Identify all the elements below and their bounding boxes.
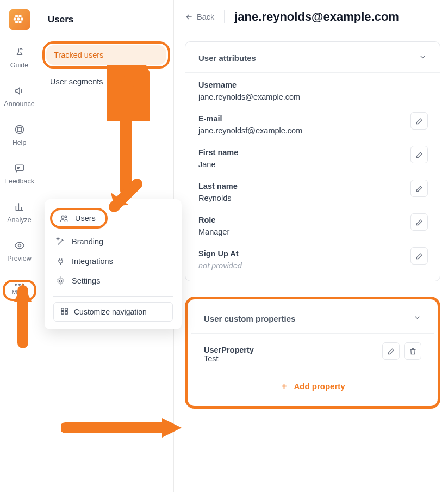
popover-item-integrations[interactable]: Integrations xyxy=(45,251,182,271)
annotation-arrow xyxy=(12,278,39,348)
user-attributes-body: Username jane.reynolds@example.com E-mai… xyxy=(185,73,440,281)
svg-point-3 xyxy=(20,17,23,20)
nav-analyze-label: Analyze xyxy=(7,216,31,224)
chat-icon xyxy=(13,162,26,175)
attr-email-label: E-mail xyxy=(198,114,427,123)
svg-rect-14 xyxy=(61,308,64,310)
nav-guide-label: Guide xyxy=(10,61,28,69)
users-icon xyxy=(59,213,69,223)
svg-point-2 xyxy=(17,17,20,20)
annotation-arrow xyxy=(61,415,186,442)
main-header: Back jane.reynolds@example.com xyxy=(185,10,440,24)
svg-rect-16 xyxy=(61,312,64,314)
gear-icon xyxy=(55,276,65,286)
nav-preview[interactable]: Preview xyxy=(0,239,39,262)
user-attributes-card: User attributes Username jane.reynolds@e… xyxy=(185,41,440,281)
edit-signup-button[interactable] xyxy=(410,247,428,265)
svg-point-10 xyxy=(18,244,21,247)
popover-settings-label: Settings xyxy=(72,276,100,285)
customize-navigation-button[interactable]: Customize navigation xyxy=(53,302,173,322)
back-button[interactable]: Back xyxy=(185,13,214,21)
custom-properties-header[interactable]: User custom properties xyxy=(191,303,434,334)
nav-preview-label: Preview xyxy=(7,255,31,262)
chevron-down-icon xyxy=(419,53,427,63)
nav-feedback[interactable]: Feedback xyxy=(0,162,39,185)
trash-icon xyxy=(409,347,417,355)
svg-point-6 xyxy=(13,17,16,20)
header-divider xyxy=(224,10,225,23)
arrow-left-icon xyxy=(185,13,194,21)
attr-role-label: Role xyxy=(198,216,427,224)
customize-navigation-label: Customize navigation xyxy=(74,308,147,316)
eye-icon xyxy=(13,239,26,252)
svg-point-11 xyxy=(61,216,64,218)
main-content: Back jane.reynolds@example.com User attr… xyxy=(174,0,448,492)
popover-item-settings[interactable]: Settings xyxy=(45,271,182,291)
sidebar-title: Users xyxy=(39,12,173,41)
attr-signup: Sign Up At not provided xyxy=(198,249,427,270)
attr-first-name: First name Jane xyxy=(198,148,427,169)
nav-guide[interactable]: Guide xyxy=(0,46,39,69)
custom-properties-highlight: User custom properties UserProperty Test xyxy=(185,297,440,409)
attr-signup-label: Sign Up At xyxy=(198,249,427,258)
attr-email-value: jane.reynoldsf@example.com xyxy=(198,126,427,135)
annotation-arrow xyxy=(107,65,150,196)
edit-role-button[interactable] xyxy=(410,213,428,231)
pencil-icon xyxy=(387,347,395,355)
attr-last-value: Reynolds xyxy=(198,194,427,202)
attr-username: Username jane.reynolds@example.com xyxy=(198,81,427,101)
lifebuoy-icon xyxy=(13,123,26,136)
attr-email: E-mail jane.reynoldsf@example.com xyxy=(198,114,427,135)
svg-point-4 xyxy=(18,21,21,23)
pencil-icon xyxy=(415,252,424,260)
bar-chart-icon xyxy=(13,200,26,213)
more-popover: Users Branding Integrations Settings Cus… xyxy=(45,199,182,329)
attr-first-value: Jane xyxy=(198,160,427,169)
popover-branding-label: Branding xyxy=(72,237,103,246)
back-label: Back xyxy=(197,13,214,21)
attr-last-name: Last name Reynolds xyxy=(198,182,427,202)
wand-icon xyxy=(55,237,65,247)
attr-signup-value: not provided xyxy=(198,261,427,270)
attr-role-value: Manager xyxy=(198,227,427,236)
user-attributes-header[interactable]: User attributes xyxy=(185,42,440,73)
popover-item-users[interactable]: Users xyxy=(55,211,99,225)
edit-custom-property-button[interactable] xyxy=(382,342,400,360)
popover-users-highlight: Users xyxy=(50,208,108,229)
attr-username-label: Username xyxy=(198,81,427,89)
nav-help[interactable]: Help xyxy=(0,123,39,146)
add-property-button[interactable]: Add property xyxy=(204,378,421,398)
user-attributes-title: User attributes xyxy=(198,53,256,63)
popover-integrations-label: Integrations xyxy=(72,257,113,266)
plus-icon xyxy=(280,382,288,390)
nav-help-label: Help xyxy=(13,139,27,146)
annotation-arrow xyxy=(104,177,142,216)
add-property-label: Add property xyxy=(294,382,345,391)
popover-users-label: Users xyxy=(75,214,96,223)
custom-properties-card: User custom properties UserProperty Test xyxy=(191,303,434,403)
svg-rect-9 xyxy=(15,165,23,170)
edit-last-name-button[interactable] xyxy=(410,180,428,197)
custom-properties-title: User custom properties xyxy=(204,314,295,323)
nav-rail: Guide Announce Help Feedback Analyze Pre… xyxy=(0,0,39,492)
nav-analyze[interactable]: Analyze xyxy=(0,200,39,224)
edit-email-button[interactable] xyxy=(410,112,428,130)
nav-announce[interactable]: Announce xyxy=(0,84,39,108)
custom-property-row: UserProperty Test xyxy=(204,346,421,363)
svg-point-12 xyxy=(65,216,67,218)
svg-point-13 xyxy=(59,280,61,282)
popover-item-branding[interactable]: Branding xyxy=(45,232,182,251)
nav-announce-label: Announce xyxy=(4,100,34,108)
svg-point-5 xyxy=(15,21,17,23)
page-title: jane.reynolds@example.com xyxy=(234,10,399,24)
grid-icon xyxy=(60,307,69,317)
sidebar-item-tracked-users[interactable]: Tracked users xyxy=(46,45,166,65)
edit-first-name-button[interactable] xyxy=(410,146,428,163)
svg-point-1 xyxy=(18,15,21,17)
pencil-icon xyxy=(415,184,424,193)
delete-custom-property-button[interactable] xyxy=(404,342,421,360)
attr-role: Role Manager xyxy=(198,216,427,236)
attr-username-value: jane.reynolds@example.com xyxy=(198,93,427,101)
custom-properties-body: UserProperty Test Add property xyxy=(191,334,434,403)
app-logo[interactable] xyxy=(9,9,30,30)
